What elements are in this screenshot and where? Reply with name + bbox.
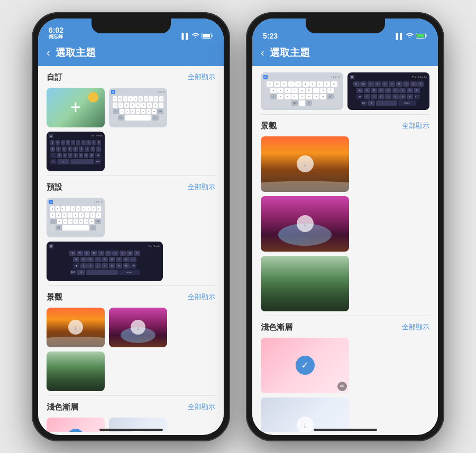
back-button-2[interactable]: ‹ bbox=[261, 47, 264, 59]
header-title-2: 選取主題 bbox=[270, 46, 310, 60]
kb-top-p2: G TheThanks bbox=[49, 244, 160, 248]
app-header-1: ‹ 選取主題 bbox=[38, 42, 224, 66]
section-title-landscape-2: 景觀 bbox=[261, 121, 277, 131]
edit-pink-2[interactable]: ✏ bbox=[337, 382, 347, 391]
theme-grid-landscape-1: ↓ ↓ bbox=[47, 308, 215, 391]
download-sunset-2[interactable]: ↓ bbox=[297, 155, 314, 172]
theme-grid-lg-2: ✓ ✏ ↓ bbox=[261, 338, 429, 432]
landscape-purple-2[interactable]: ↓ bbox=[261, 196, 349, 252]
section-header-lg-2: 淺色漸層 全部顯示 bbox=[261, 322, 429, 332]
preset-light[interactable]: G ithehi qwertyuiop asdfghjkl ⇧zxcvbnm⌫ … bbox=[47, 198, 105, 237]
kb-sug-l2: ithehi bbox=[331, 76, 341, 79]
kb-p1: qwertyuiop asdfghjkl ⇧zxcvbnm⌫ 123↩ bbox=[49, 205, 103, 232]
theme-light-keyboard[interactable]: G ithehi qwertyuiop asdfghjkl bbox=[109, 88, 167, 127]
section-light-gradient-2: 淺色漸層 全部顯示 ✓ ✏ ↓ bbox=[252, 316, 438, 432]
phone-2-screen: 5:23 ▌▌ bbox=[252, 19, 438, 435]
g-logo-l2: G bbox=[263, 75, 268, 79]
show-all-lg-2[interactable]: 全部顯示 bbox=[402, 322, 429, 332]
gradient-gray-2[interactable]: ↓ bbox=[261, 397, 349, 432]
section-preset: 預設 全部顯示 G ithehi qwertyu bbox=[38, 176, 224, 285]
show-all-landscape-2[interactable]: 全部顯示 bbox=[402, 121, 429, 131]
gradient-pink-2[interactable]: ✓ ✏ bbox=[261, 338, 349, 393]
phone-1-screen: 6:02 備忘錄 ▌▌ bbox=[38, 19, 224, 435]
landscape-sunset-1[interactable]: ↓ bbox=[47, 308, 105, 347]
download-purple-2[interactable]: ↓ bbox=[297, 215, 314, 232]
section-custom: 自訂 全部顯示 + G bbox=[38, 66, 224, 175]
kb-top-d2: G TheThanks bbox=[350, 75, 427, 79]
section-title-lg-1: 淺色漸層 bbox=[47, 402, 78, 412]
section-header-lg-1: 淺色漸層 全部顯示 bbox=[47, 402, 215, 412]
content-2[interactable]: G ithehi qwertyuiop asdfghjkl ⇧zxcvbnm⌫ … bbox=[252, 66, 438, 432]
g-logo-p2: G bbox=[49, 244, 53, 248]
svg-rect-3 bbox=[417, 34, 424, 38]
header-title-1: 選取主題 bbox=[56, 46, 96, 60]
check-pink-2: ✓ bbox=[296, 356, 315, 375]
signal-icon-1: ▌▌ bbox=[181, 33, 190, 39]
theme-grid-preset: G ithehi qwertyuiop asdfghjkl ⇧zxcvbnm⌫ … bbox=[47, 198, 215, 281]
add-custom-theme[interactable]: + bbox=[47, 88, 105, 127]
status-icons-1: ▌▌ bbox=[181, 33, 213, 40]
show-all-preset[interactable]: 全部顯示 bbox=[188, 182, 215, 192]
battery-icon-2 bbox=[416, 33, 427, 40]
section-header-landscape-2: 景觀 全部顯示 bbox=[261, 121, 429, 131]
app-header-2: ‹ 選取主題 bbox=[252, 42, 438, 66]
kb-sug-d2: TheThanks bbox=[412, 76, 427, 79]
kb-sug-p2: TheThanks bbox=[148, 245, 160, 247]
g-logo-2: G bbox=[49, 134, 53, 138]
keyboard-section-2: G ithehi qwertyuiop asdfghjkl ⇧zxcvbnm⌫ … bbox=[252, 66, 438, 114]
section-title-lg-2: 淺色漸層 bbox=[261, 322, 292, 332]
sun-decoration bbox=[88, 92, 98, 103]
phones-container: 6:02 備忘錄 ▌▌ bbox=[32, 12, 444, 441]
g-logo-p1: G bbox=[49, 200, 53, 204]
kb-prev-d2: QWERTYUIOP ASDFGHJKL ◆ZXCVBNM⌫ 123⊕retur… bbox=[350, 80, 427, 107]
keyboard-light-2[interactable]: G ithehi qwertyuiop asdfghjkl ⇧zxcvbnm⌫ … bbox=[261, 72, 343, 110]
gradient-pink-1[interactable]: ✓ ✏ bbox=[47, 418, 105, 432]
status-time-2: 5:23 bbox=[263, 32, 278, 40]
kb-top-2: G TheThanks bbox=[49, 134, 103, 138]
phone-1: 6:02 備忘錄 ▌▌ bbox=[32, 12, 230, 441]
download-sunset-1[interactable]: ↓ bbox=[68, 320, 83, 335]
g-logo-1: G bbox=[111, 90, 115, 94]
section-title-landscape-1: 景觀 bbox=[47, 292, 62, 302]
section-light-gradient-1: 淺色漸層 全部顯示 ✓ ✏ ↓ bbox=[38, 396, 224, 432]
section-title-preset: 預設 bbox=[47, 182, 62, 192]
wifi-icon-2 bbox=[406, 33, 414, 39]
theme-grid-custom: + G ithehi qw bbox=[47, 88, 215, 171]
landscape-purple-1[interactable]: ↓ bbox=[109, 308, 167, 347]
svg-rect-1 bbox=[203, 34, 210, 38]
landscape-green-1[interactable] bbox=[47, 352, 105, 391]
section-title-custom: 自訂 bbox=[47, 72, 62, 82]
show-all-lg-1[interactable]: 全部顯示 bbox=[188, 402, 215, 412]
landscape-green-2[interactable] bbox=[261, 256, 349, 311]
section-header-custom: 自訂 全部顯示 bbox=[47, 72, 215, 82]
kb-p2: QWERTYUIOP ASDFGHJKL ◆ZXCVBNM⌫ 123⊕retur… bbox=[49, 249, 160, 276]
home-indicator-2 bbox=[314, 429, 377, 431]
show-all-landscape-1[interactable]: 全部顯示 bbox=[188, 292, 215, 302]
kb-preview-1: qwertyuiop asdfghjkl ⇧zxcvbnm⌫ 123↩ bbox=[111, 95, 165, 122]
preset-dark[interactable]: G TheThanks QWERTYUIOP ASDFGHJKL ◆ZXCVBN… bbox=[47, 242, 163, 281]
kb-sug-2: TheThanks bbox=[90, 134, 103, 137]
section-header-landscape-1: 景觀 全部顯示 bbox=[47, 292, 215, 302]
status-icons-2: ▌▌ bbox=[396, 33, 427, 40]
kb-top-1: G ithehi bbox=[111, 90, 165, 94]
home-indicator-1 bbox=[99, 429, 163, 431]
download-gray-2[interactable]: ↓ bbox=[297, 417, 314, 432]
phone-2: 5:23 ▌▌ bbox=[246, 12, 444, 441]
back-button-1[interactable]: ‹ bbox=[47, 47, 50, 59]
status-time-1: 6:02 備忘錄 bbox=[49, 26, 63, 40]
check-pink-1: ✓ bbox=[67, 429, 84, 432]
show-all-custom[interactable]: 全部顯示 bbox=[188, 72, 215, 82]
notch-1 bbox=[91, 19, 171, 33]
wave-2 bbox=[261, 181, 349, 192]
section-header-preset: 預設 全部顯示 bbox=[47, 182, 215, 192]
battery-icon-1 bbox=[202, 33, 213, 40]
kb-sug-1: ithehi bbox=[157, 90, 165, 93]
download-purple-1[interactable]: ↓ bbox=[131, 320, 145, 335]
kb-sug-p1: ithehi bbox=[94, 200, 103, 203]
section-landscape-1: 景觀 全部顯示 ↓ ↓ bbox=[38, 286, 224, 395]
wifi-icon-1 bbox=[192, 33, 199, 39]
keyboard-dark-2[interactable]: G TheThanks QWERTYUIOP ASDFGHJKL ◆ZXCVBN… bbox=[347, 72, 430, 110]
content-1[interactable]: 自訂 全部顯示 + G bbox=[38, 66, 224, 432]
landscape-sunset-2[interactable]: ↓ bbox=[261, 136, 349, 192]
theme-dark-keyboard[interactable]: G TheThanks QWERTYUIOP ASDFGHJK bbox=[47, 132, 105, 171]
